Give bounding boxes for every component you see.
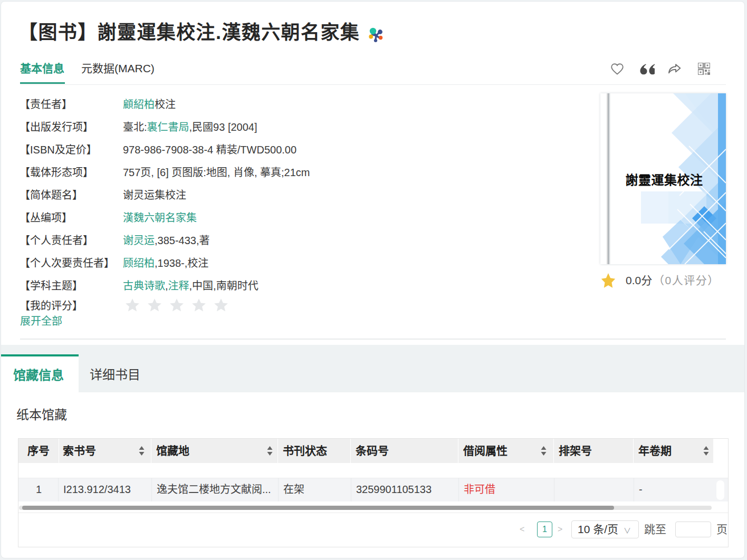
svg-text:謝靈運集校注: 謝靈運集校注 <box>626 173 703 187</box>
